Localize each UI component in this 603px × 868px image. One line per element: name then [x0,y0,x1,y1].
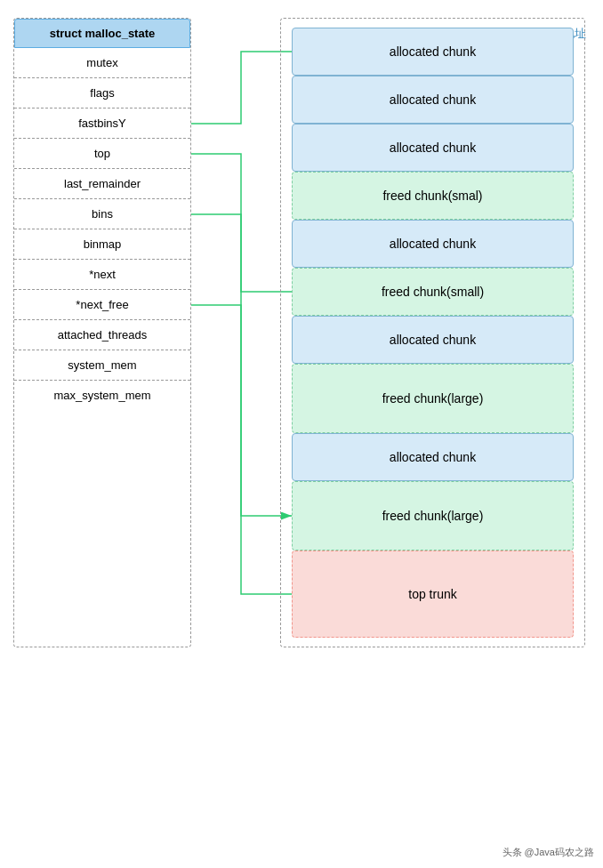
struct-field-6: binmap [14,229,190,260]
watermark: 头条 @Java码农之路 [502,846,594,859]
chunk-7: freed chunk(large) [292,364,574,433]
chunk-2: allocated chunk [292,124,574,172]
struct-field-3: top [14,139,190,169]
chunk-6: allocated chunk [292,316,574,364]
chunk-9: freed chunk(large) [292,481,574,551]
chunk-3: freed chunk(smal) [292,172,574,220]
struct-field-4: last_remainder [14,169,190,199]
struct-field-5: bins [14,199,190,229]
struct-title: struct malloc_state [14,19,190,48]
chunk-8: allocated chunk [292,433,574,481]
struct-field-0: mutex [14,48,190,78]
struct-box: struct malloc_state mutexflagsfastbinsYt… [13,18,191,647]
chunk-5: freed chunk(small) [292,268,574,316]
struct-field-10: system_mem [14,350,190,381]
struct-field-2: fastbinsY [14,108,190,139]
chunk-10: top trunk [292,551,574,638]
heap-area: 低地址 allocated chunkallocated chunkalloca… [191,18,590,647]
heap-outer: 低地址 allocated chunkallocated chunkalloca… [280,18,585,647]
struct-field-8: *next_free [14,290,190,320]
chunk-4: allocated chunk [292,220,574,268]
struct-field-11: max_system_mem [14,381,190,410]
main-container: struct malloc_state mutexflagsfastbinsYt… [0,0,603,665]
chunk-1: allocated chunk [292,76,574,124]
struct-field-9: attached_threads [14,320,190,350]
struct-field-1: flags [14,78,190,108]
chunk-0: allocated chunk [292,28,574,76]
struct-field-7: *next [14,260,190,290]
